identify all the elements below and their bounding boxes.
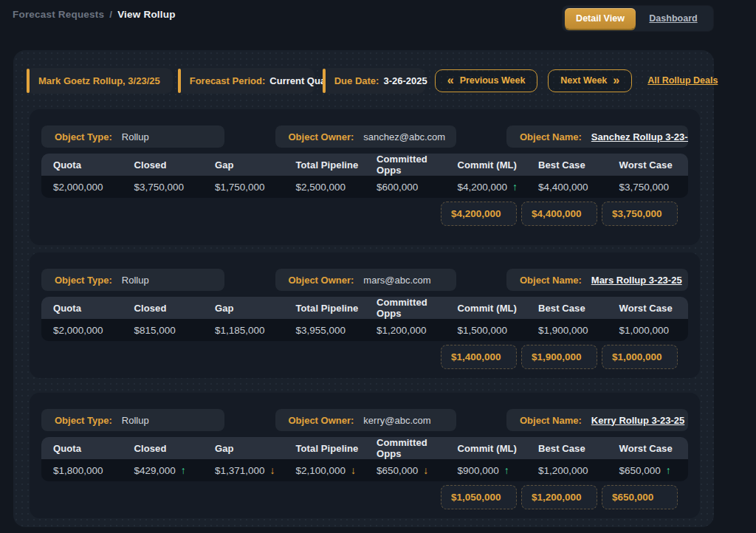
object-name-label: Object Name:	[520, 275, 582, 286]
col-header-gap: Gap	[203, 159, 284, 171]
col-header-commit-ml: Commit (ML)	[446, 303, 527, 314]
best-case-input[interactable]: $4,400,000	[521, 202, 597, 226]
col-header-gap: Gap	[203, 443, 284, 454]
worst-case-input[interactable]: $650,000	[602, 485, 678, 509]
col-header-quota: Quota	[41, 443, 123, 454]
table-header-row: Quota Closed Gap Total Pipeline Committe…	[41, 297, 688, 319]
object-owner-chip: Object Owner: sanchez@abc.com	[275, 125, 456, 148]
col-header-committed-opps: Committed Opps	[365, 154, 446, 176]
breadcrumb-separator: /	[109, 9, 112, 20]
accent-bar	[323, 69, 326, 93]
cell-total-pipeline: $3,955,000	[284, 325, 365, 336]
card-meta-row: Object Type: Rollup Object Owner: mars@a…	[41, 269, 688, 291]
trend-down-icon: ↓	[351, 464, 356, 476]
col-header-closed: Closed	[123, 303, 204, 314]
object-type-label: Object Type:	[55, 415, 112, 426]
accent-bar	[27, 69, 30, 93]
forecast-table: Quota Closed Gap Total Pipeline Committe…	[41, 437, 688, 481]
object-name-link[interactable]: Kerry Rollup 3-23-25	[591, 415, 684, 426]
commit-ml-input[interactable]: $1,400,000	[441, 345, 517, 369]
commit-ml-input[interactable]: $4,200,000	[441, 202, 517, 226]
cell-quota: $2,000,000	[41, 182, 123, 193]
col-header-commit-ml: Commit (ML)	[446, 159, 527, 171]
cell-total-pipeline: $2,500,000	[284, 182, 365, 193]
object-type-chip: Object Type: Rollup	[41, 125, 224, 148]
col-header-total-pipeline: Total Pipeline	[284, 159, 365, 171]
cell-best-case: $4,400,000	[526, 182, 608, 193]
cell-gap: $1,750,000	[203, 182, 284, 193]
worst-case-input[interactable]: $3,750,000	[602, 202, 678, 226]
cell-best-case: $1,900,000	[526, 325, 608, 336]
card-meta-row: Object Type: Rollup Object Owner: kerry@…	[41, 409, 688, 431]
object-type-chip: Object Type: Rollup	[41, 409, 224, 431]
previous-week-button[interactable]: « Previous Week	[435, 69, 538, 92]
best-case-input[interactable]: $1,900,000	[521, 345, 597, 369]
cell-commit-ml: $4,200,000↑	[446, 181, 527, 193]
col-header-commit-ml: Commit (ML)	[446, 443, 527, 454]
forecast-inputs-row: $1,050,000 $1,200,000 $650,000	[41, 485, 688, 509]
table-data-row: $2,000,000 $815,000 $1,185,000 $3,955,00…	[41, 319, 688, 341]
col-header-worst-case: Worst Case	[608, 159, 689, 171]
col-header-closed: Closed	[123, 159, 204, 171]
cell-worst-case: $650,000↑	[608, 464, 689, 476]
col-header-quota: Quota	[41, 303, 123, 314]
cell-quota: $1,800,000	[41, 465, 123, 476]
object-owner-value: sanchez@abc.com	[363, 131, 445, 142]
table-header-row: Quota Closed Gap Total Pipeline Committe…	[41, 154, 688, 176]
rollup-title-chip: Mark Goetz Rollup, 3/23/25	[27, 69, 172, 93]
next-week-button[interactable]: Next Week »	[548, 69, 632, 92]
col-header-closed: Closed	[123, 443, 204, 454]
commit-ml-input[interactable]: $1,050,000	[441, 485, 517, 509]
forecast-period-chip: Forecast Period: Current Quarter	[178, 69, 314, 93]
cell-committed-opps: $600,000	[365, 182, 446, 193]
object-owner-label: Object Owner:	[289, 415, 354, 426]
rollup-card-kerry: Object Type: Rollup Object Owner: kerry@…	[30, 393, 700, 518]
all-rollup-deals-link[interactable]: All Rollup Deals	[647, 75, 718, 86]
object-name-label: Object Name:	[520, 131, 582, 142]
object-owner-label: Object Owner:	[289, 131, 354, 142]
object-type-value: Rollup	[122, 415, 149, 426]
object-type-label: Object Type:	[55, 131, 112, 142]
breadcrumb-section[interactable]: Forecast Requests	[13, 9, 104, 20]
cell-committed-opps: $1,200,000	[365, 325, 446, 336]
col-header-worst-case: Worst Case	[608, 443, 689, 454]
rollup-card-mars: Object Type: Rollup Object Owner: mars@a…	[30, 252, 700, 378]
object-name-label: Object Name:	[520, 415, 582, 426]
previous-week-label: Previous Week	[460, 75, 526, 86]
chevrons-right-icon: »	[613, 75, 619, 86]
due-date-chip: Due Date: 3-26-2025	[323, 69, 425, 93]
object-name-link[interactable]: Sanchez Rollup 3-23-25	[591, 131, 688, 142]
trend-up-icon: ↑	[512, 181, 518, 193]
forecast-inputs-row: $1,400,000 $1,900,000 $1,000,000	[41, 345, 688, 369]
cell-worst-case: $3,750,000	[608, 182, 689, 193]
object-name-chip: Object Name: Mars Rollup 3-23-25	[506, 269, 688, 291]
trend-up-icon: ↑	[504, 464, 509, 476]
cell-closed: $815,000	[123, 325, 204, 336]
col-header-best-case: Best Case	[526, 303, 608, 314]
rollup-card-sanchez: Object Type: Rollup Object Owner: sanche…	[30, 109, 700, 245]
object-name-link[interactable]: Mars Rollup 3-23-25	[591, 275, 682, 286]
forecast-table: Quota Closed Gap Total Pipeline Committe…	[41, 154, 688, 198]
cell-gap: $1,371,000↓	[203, 464, 284, 476]
cell-gap: $1,185,000	[203, 325, 284, 336]
trend-down-icon: ↓	[270, 464, 275, 476]
object-owner-chip: Object Owner: mars@abc.com	[275, 269, 456, 291]
cell-closed: $3,750,000	[123, 182, 204, 193]
detail-view-button[interactable]: Detail View	[565, 8, 636, 29]
object-name-chip: Object Name: Sanchez Rollup 3-23-25	[506, 125, 688, 148]
object-type-value: Rollup	[122, 131, 149, 142]
table-data-row: $2,000,000 $3,750,000 $1,750,000 $2,500,…	[41, 176, 688, 198]
object-name-chip: Object Name: Kerry Rollup 3-23-25	[506, 409, 688, 431]
col-header-total-pipeline: Total Pipeline	[284, 303, 365, 314]
cell-quota: $2,000,000	[41, 325, 123, 336]
col-header-committed-opps: Committed Opps	[365, 437, 446, 459]
due-date-value: 3-26-2025	[383, 75, 427, 86]
cell-closed: $429,000↑	[123, 464, 204, 476]
object-owner-value: kerry@abc.com	[363, 415, 430, 426]
worst-case-input[interactable]: $1,000,000	[602, 345, 678, 369]
trend-down-icon: ↓	[423, 464, 428, 476]
best-case-input[interactable]: $1,200,000	[521, 485, 597, 509]
col-header-total-pipeline: Total Pipeline	[284, 443, 365, 454]
view-toggle: Detail View Dashboard	[563, 6, 713, 31]
dashboard-tab[interactable]: Dashboard	[636, 13, 711, 24]
